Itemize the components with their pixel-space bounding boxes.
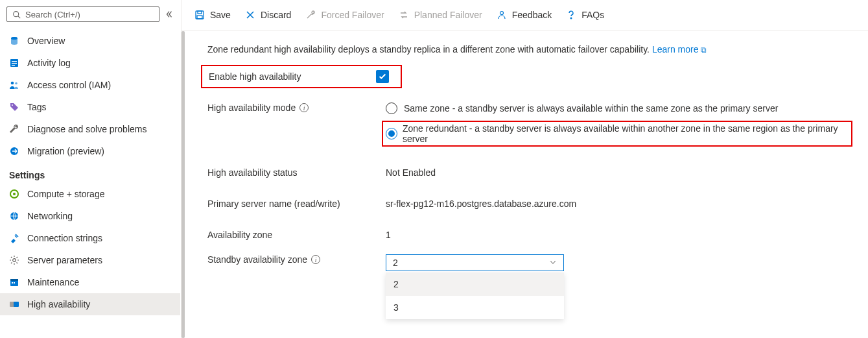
log-icon xyxy=(9,58,19,68)
sidebar-section-settings: Settings xyxy=(0,162,180,183)
sidebar-item-label: Networking xyxy=(27,211,73,221)
svg-rect-6 xyxy=(12,63,17,64)
database-icon xyxy=(9,36,19,46)
svg-point-9 xyxy=(15,82,18,85)
standby-zone-dropdown: 2 3 xyxy=(386,272,564,319)
sidebar-item-label: Access control (IAM) xyxy=(27,80,111,90)
sidebar-item-label: High availability xyxy=(27,299,90,309)
svg-rect-17 xyxy=(10,279,18,281)
standby-zone-label: Standby availability zone xyxy=(207,254,307,265)
dropdown-option[interactable]: 3 xyxy=(386,296,564,319)
svg-point-0 xyxy=(13,11,18,16)
tag-icon xyxy=(9,102,19,112)
wrench-icon xyxy=(9,124,19,134)
svg-rect-19 xyxy=(14,282,15,284)
scrollbar[interactable] xyxy=(182,31,185,338)
collapse-sidebar-icon[interactable] xyxy=(165,10,174,19)
svg-rect-24 xyxy=(197,16,202,19)
ha-status-label: High availability status xyxy=(207,167,298,178)
sidebar-item-diagnose[interactable]: Diagnose and solve problems xyxy=(0,118,180,140)
svg-rect-5 xyxy=(12,61,17,62)
primary-server-label: Primary server name (read/write) xyxy=(207,199,340,209)
forced-failover-icon xyxy=(305,10,316,20)
compute-icon xyxy=(9,189,19,199)
svg-rect-18 xyxy=(12,282,13,284)
sidebar-item-label: Overview xyxy=(27,36,65,46)
enable-ha-label: Enable high availability xyxy=(209,71,301,82)
faqs-button[interactable]: FAQs xyxy=(566,10,604,20)
svg-point-28 xyxy=(500,11,503,14)
sidebar-item-label: Maintenance xyxy=(27,277,79,287)
sidebar-item-label: Migration (preview) xyxy=(27,146,104,156)
svg-rect-21 xyxy=(14,302,19,307)
radio-icon xyxy=(386,128,397,139)
chevron-down-icon xyxy=(549,258,557,268)
intro-text: Zone redundant high availability deploys… xyxy=(207,44,852,61)
svg-point-8 xyxy=(11,82,14,85)
enable-ha-checkbox[interactable] xyxy=(376,70,389,83)
gear-icon xyxy=(9,255,19,265)
forced-failover-button: Forced Failover xyxy=(305,10,384,20)
plug-icon xyxy=(9,233,19,243)
sidebar-item-label: Server parameters xyxy=(27,255,102,265)
globe-icon xyxy=(9,211,19,221)
planned-failover-icon xyxy=(399,10,409,20)
ha-mode-label: High availability mode xyxy=(207,103,296,113)
sidebar-item-activity-log[interactable]: Activity log xyxy=(0,52,180,74)
info-icon[interactable]: i xyxy=(299,103,309,112)
info-icon[interactable]: i xyxy=(311,255,320,264)
people-icon xyxy=(9,80,19,90)
primary-server-value: sr-flex-pg12-m16.postgres.database.azure… xyxy=(386,199,576,209)
migration-icon xyxy=(9,146,19,156)
svg-point-3 xyxy=(11,37,18,40)
availability-zone-label: Availability zone xyxy=(207,230,272,240)
question-icon xyxy=(566,10,576,20)
learn-more-link[interactable]: Learn more ⧉ xyxy=(652,44,707,54)
search-input[interactable]: Search (Ctrl+/) xyxy=(6,6,159,22)
svg-point-15 xyxy=(13,259,16,262)
discard-icon xyxy=(245,10,255,20)
availability-zone-value: 1 xyxy=(386,230,391,240)
save-button[interactable]: Save xyxy=(194,10,231,20)
sidebar-item-label: Activity log xyxy=(27,58,71,68)
sidebar-item-connection-strings[interactable]: Connection strings xyxy=(0,227,180,249)
search-placeholder: Search (Ctrl+/) xyxy=(25,10,80,19)
svg-point-13 xyxy=(13,193,16,195)
dropdown-option[interactable]: 2 xyxy=(386,272,564,296)
search-icon xyxy=(11,9,21,19)
save-icon xyxy=(194,10,205,20)
sidebar-item-label: Diagnose and solve problems xyxy=(27,124,147,134)
svg-point-27 xyxy=(312,11,314,14)
radio-zone-redundant[interactable]: Zone redundant - a standby server is alw… xyxy=(382,121,852,147)
feedback-icon xyxy=(497,10,507,20)
sidebar-item-label: Compute + storage xyxy=(27,189,104,199)
ha-status-value: Not Enabled xyxy=(386,167,436,178)
discard-button[interactable]: Discard xyxy=(245,10,291,20)
calendar-icon xyxy=(9,277,19,287)
sidebar-item-label: Tags xyxy=(27,102,47,112)
feedback-button[interactable]: Feedback xyxy=(497,10,552,20)
planned-failover-button: Planned Failover xyxy=(399,10,482,20)
sidebar-item-tags[interactable]: Tags xyxy=(0,96,180,118)
radio-icon xyxy=(386,103,397,114)
svg-point-10 xyxy=(12,104,13,106)
svg-rect-7 xyxy=(12,65,15,66)
ha-icon xyxy=(9,299,19,309)
svg-line-1 xyxy=(18,16,19,18)
external-link-icon: ⧉ xyxy=(701,45,707,54)
sidebar-item-access-control[interactable]: Access control (IAM) xyxy=(0,74,180,96)
sidebar-item-high-availability[interactable]: High availability xyxy=(0,293,180,315)
svg-point-29 xyxy=(570,18,572,19)
sidebar-item-server-parameters[interactable]: Server parameters xyxy=(0,249,180,271)
sidebar-item-label: Connection strings xyxy=(27,233,102,243)
standby-zone-select[interactable]: 2 xyxy=(386,254,564,271)
radio-same-zone[interactable]: Same zone - a standby server is always a… xyxy=(386,103,778,114)
sidebar-item-maintenance[interactable]: Maintenance xyxy=(0,271,180,293)
sidebar-item-compute-storage[interactable]: Compute + storage xyxy=(0,183,180,205)
sidebar-item-migration[interactable]: Migration (preview) xyxy=(0,140,180,162)
svg-rect-23 xyxy=(198,11,202,14)
sidebar-item-overview[interactable]: Overview xyxy=(0,30,180,52)
sidebar-item-networking[interactable]: Networking xyxy=(0,205,180,227)
